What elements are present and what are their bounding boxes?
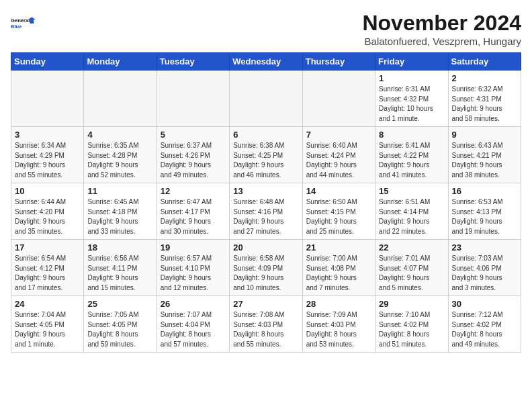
logo-svg: General Blue: [11, 11, 36, 36]
calendar-cell: [11, 71, 84, 127]
day-info: Sunrise: 6:47 AM Sunset: 4:17 PM Dayligh…: [161, 197, 226, 236]
calendar-cell: 6Sunrise: 6:38 AM Sunset: 4:25 PM Daylig…: [230, 127, 302, 183]
day-number: 8: [379, 130, 444, 140]
logo: General Blue: [11, 11, 36, 36]
calendar-header: SundayMondayTuesdayWednesdayThursdayFrid…: [11, 53, 521, 71]
day-info: Sunrise: 7:10 AM Sunset: 4:02 PM Dayligh…: [379, 310, 444, 349]
day-info: Sunrise: 6:32 AM Sunset: 4:31 PM Dayligh…: [452, 85, 517, 124]
day-info: Sunrise: 6:41 AM Sunset: 4:22 PM Dayligh…: [379, 141, 444, 180]
day-number: 17: [15, 242, 80, 253]
calendar-cell: 20Sunrise: 6:58 AM Sunset: 4:09 PM Dayli…: [230, 240, 302, 296]
day-number: 7: [306, 130, 371, 140]
calendar-cell: 2Sunrise: 6:32 AM Sunset: 4:31 PM Daylig…: [448, 71, 521, 127]
weekday-header-saturday: Saturday: [448, 53, 521, 71]
day-number: 27: [233, 299, 298, 309]
svg-text:Blue: Blue: [11, 24, 21, 30]
day-info: Sunrise: 6:51 AM Sunset: 4:14 PM Dayligh…: [379, 197, 444, 236]
calendar-cell: 28Sunrise: 7:09 AM Sunset: 4:03 PM Dayli…: [302, 296, 375, 353]
calendar-cell: 18Sunrise: 6:56 AM Sunset: 4:11 PM Dayli…: [84, 240, 157, 296]
calendar-cell: 9Sunrise: 6:43 AM Sunset: 4:21 PM Daylig…: [448, 127, 521, 183]
day-info: Sunrise: 7:04 AM Sunset: 4:05 PM Dayligh…: [15, 310, 80, 349]
calendar-cell: 4Sunrise: 6:35 AM Sunset: 4:28 PM Daylig…: [84, 127, 157, 183]
day-info: Sunrise: 7:01 AM Sunset: 4:07 PM Dayligh…: [379, 254, 444, 293]
header: General Blue November 2024 Balatonfuered…: [11, 11, 521, 47]
day-info: Sunrise: 7:07 AM Sunset: 4:04 PM Dayligh…: [161, 310, 226, 349]
day-info: Sunrise: 6:34 AM Sunset: 4:29 PM Dayligh…: [15, 141, 80, 180]
calendar-cell: 1Sunrise: 6:31 AM Sunset: 4:32 PM Daylig…: [375, 71, 448, 127]
day-info: Sunrise: 6:45 AM Sunset: 4:18 PM Dayligh…: [87, 197, 152, 236]
day-number: 29: [379, 299, 444, 309]
calendar-cell: 5Sunrise: 6:37 AM Sunset: 4:26 PM Daylig…: [157, 127, 229, 183]
calendar-table: SundayMondayTuesdayWednesdayThursdayFrid…: [11, 52, 521, 353]
day-info: Sunrise: 7:12 AM Sunset: 4:02 PM Dayligh…: [452, 310, 517, 349]
day-number: 11: [87, 186, 152, 196]
day-info: Sunrise: 6:44 AM Sunset: 4:20 PM Dayligh…: [15, 197, 80, 236]
day-number: 25: [87, 299, 152, 309]
week-row-5: 24Sunrise: 7:04 AM Sunset: 4:05 PM Dayli…: [11, 296, 521, 353]
day-info: Sunrise: 7:08 AM Sunset: 4:03 PM Dayligh…: [233, 310, 298, 349]
day-number: 6: [233, 130, 298, 140]
day-number: 14: [306, 186, 371, 196]
day-number: 2: [452, 73, 517, 83]
day-info: Sunrise: 6:38 AM Sunset: 4:25 PM Dayligh…: [233, 141, 298, 180]
calendar-cell: 7Sunrise: 6:40 AM Sunset: 4:24 PM Daylig…: [302, 127, 375, 183]
day-number: 9: [452, 130, 517, 140]
day-info: Sunrise: 7:00 AM Sunset: 4:08 PM Dayligh…: [306, 254, 371, 293]
month-title: November 2024: [362, 11, 521, 36]
day-number: 22: [379, 242, 444, 253]
day-number: 28: [306, 299, 371, 309]
svg-text:General: General: [11, 17, 30, 24]
day-number: 30: [452, 299, 517, 309]
day-number: 10: [15, 186, 80, 196]
day-number: 4: [87, 130, 152, 140]
week-row-3: 10Sunrise: 6:44 AM Sunset: 4:20 PM Dayli…: [11, 183, 521, 240]
day-info: Sunrise: 6:35 AM Sunset: 4:28 PM Dayligh…: [87, 141, 152, 180]
day-number: 24: [15, 299, 80, 309]
day-info: Sunrise: 6:54 AM Sunset: 4:12 PM Dayligh…: [15, 254, 80, 293]
calendar-cell: 3Sunrise: 6:34 AM Sunset: 4:29 PM Daylig…: [11, 127, 84, 183]
calendar-cell: [302, 71, 375, 127]
day-info: Sunrise: 6:56 AM Sunset: 4:11 PM Dayligh…: [87, 254, 152, 293]
calendar-cell: 14Sunrise: 6:50 AM Sunset: 4:15 PM Dayli…: [302, 183, 375, 240]
day-info: Sunrise: 6:58 AM Sunset: 4:09 PM Dayligh…: [233, 254, 298, 293]
calendar-cell: 12Sunrise: 6:47 AM Sunset: 4:17 PM Dayli…: [157, 183, 229, 240]
calendar-cell: [84, 71, 157, 127]
day-number: 1: [379, 73, 444, 83]
calendar-cell: 27Sunrise: 7:08 AM Sunset: 4:03 PM Dayli…: [230, 296, 302, 353]
day-number: 18: [87, 242, 152, 253]
weekday-header-friday: Friday: [375, 53, 448, 71]
calendar-cell: 29Sunrise: 7:10 AM Sunset: 4:02 PM Dayli…: [375, 296, 448, 353]
day-info: Sunrise: 6:50 AM Sunset: 4:15 PM Dayligh…: [306, 197, 371, 236]
day-info: Sunrise: 6:37 AM Sunset: 4:26 PM Dayligh…: [161, 141, 226, 180]
day-info: Sunrise: 7:03 AM Sunset: 4:06 PM Dayligh…: [452, 254, 517, 293]
day-number: 23: [452, 242, 517, 253]
day-number: 16: [452, 186, 517, 196]
calendar-cell: 22Sunrise: 7:01 AM Sunset: 4:07 PM Dayli…: [375, 240, 448, 296]
week-row-2: 3Sunrise: 6:34 AM Sunset: 4:29 PM Daylig…: [11, 127, 521, 183]
day-info: Sunrise: 6:31 AM Sunset: 4:32 PM Dayligh…: [379, 85, 444, 124]
weekday-header-thursday: Thursday: [302, 53, 375, 71]
day-info: Sunrise: 7:09 AM Sunset: 4:03 PM Dayligh…: [306, 310, 371, 349]
day-number: 3: [15, 130, 80, 140]
weekday-header-sunday: Sunday: [11, 53, 84, 71]
calendar-cell: 26Sunrise: 7:07 AM Sunset: 4:04 PM Dayli…: [157, 296, 229, 353]
week-row-1: 1Sunrise: 6:31 AM Sunset: 4:32 PM Daylig…: [11, 71, 521, 127]
calendar-cell: 25Sunrise: 7:05 AM Sunset: 4:05 PM Dayli…: [84, 296, 157, 353]
calendar-cell: 19Sunrise: 6:57 AM Sunset: 4:10 PM Dayli…: [157, 240, 229, 296]
week-row-4: 17Sunrise: 6:54 AM Sunset: 4:12 PM Dayli…: [11, 240, 521, 296]
weekday-header-wednesday: Wednesday: [230, 53, 302, 71]
day-info: Sunrise: 6:43 AM Sunset: 4:21 PM Dayligh…: [452, 141, 517, 180]
day-info: Sunrise: 6:53 AM Sunset: 4:13 PM Dayligh…: [452, 197, 517, 236]
calendar-cell: 24Sunrise: 7:04 AM Sunset: 4:05 PM Dayli…: [11, 296, 84, 353]
calendar-cell: 11Sunrise: 6:45 AM Sunset: 4:18 PM Dayli…: [84, 183, 157, 240]
day-number: 21: [306, 242, 371, 253]
title-area: November 2024 Balatonfuered, Veszprem, H…: [362, 11, 521, 47]
calendar-cell: 16Sunrise: 6:53 AM Sunset: 4:13 PM Dayli…: [448, 183, 521, 240]
calendar-cell: 10Sunrise: 6:44 AM Sunset: 4:20 PM Dayli…: [11, 183, 84, 240]
weekday-header-tuesday: Tuesday: [157, 53, 229, 71]
day-info: Sunrise: 6:57 AM Sunset: 4:10 PM Dayligh…: [161, 254, 226, 293]
calendar-cell: [157, 71, 229, 127]
calendar-cell: 21Sunrise: 7:00 AM Sunset: 4:08 PM Dayli…: [302, 240, 375, 296]
weekday-header-monday: Monday: [84, 53, 157, 71]
day-number: 26: [161, 299, 226, 309]
